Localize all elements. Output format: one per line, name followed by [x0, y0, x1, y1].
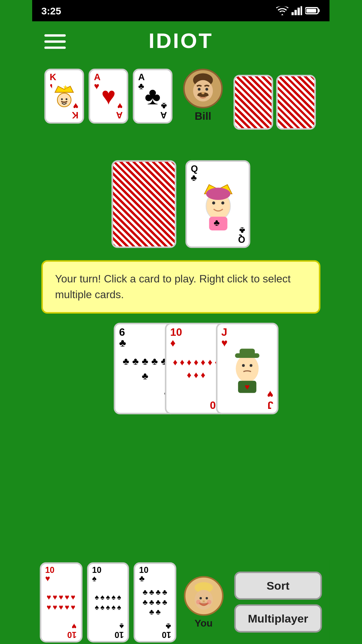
player-name: You: [195, 617, 213, 628]
player-avatar: [184, 576, 224, 615]
battery-icon: [305, 6, 320, 15]
svg-rect-29: [240, 349, 255, 357]
status-right: [276, 6, 320, 15]
signal-icon: [292, 6, 302, 15]
opponent-area: K♥ ★ K♥: [32, 61, 329, 137]
opponent-face-down: [234, 75, 316, 130]
time-display: 3:25: [42, 5, 61, 16]
menu-button[interactable]: [45, 34, 66, 48]
svg-point-24: [206, 187, 230, 199]
bottom-card-2[interactable]: 10♠ ♠♠ ♠♠ ♠♠ ♠♠ ♠♠ 10♠: [87, 562, 129, 642]
status-bar: 3:25: [32, 0, 329, 21]
svg-rect-5: [318, 9, 320, 12]
svg-point-9: [57, 93, 71, 107]
svg-rect-1: [295, 10, 297, 15]
opponent-card-1: K♥ ★ K♥: [45, 69, 84, 124]
status-left: 3:25: [42, 5, 61, 16]
svg-rect-6: [306, 9, 316, 12]
header: IDIOT: [32, 21, 329, 61]
svg-point-27: [236, 355, 259, 382]
draw-deck[interactable]: [112, 160, 176, 248]
svg-text:♣: ♣: [214, 217, 220, 227]
bottom-card-1[interactable]: 10♥ ♥♥ ♥♥ ♥♥ ♥♥ ♥♥ 10♥: [40, 562, 82, 642]
player-hand: 6♣ ♣ ♣ ♣ ♣ ♣ ♣ 6♣ 10♦ ♦ ♦ ♦ ♦ ♦ ♦ ♦ ♦: [63, 323, 329, 414]
hand-card-3[interactable]: J♥ ♥ J♥: [216, 323, 279, 414]
svg-rect-3: [301, 6, 302, 15]
bottom-card-3[interactable]: 10♣ ♣♣ ♣♣ ♣♣ ♣♣ ♣♣ 10♣: [134, 562, 176, 642]
opponent-info: Bill: [183, 69, 223, 122]
game-area: K♥ ★ K♥: [32, 61, 329, 644]
opponent-card-3: A♣ ♣ A♣: [133, 69, 173, 124]
svg-rect-0: [292, 12, 294, 15]
player-info: You: [184, 576, 224, 628]
svg-text:★: ★: [63, 84, 68, 91]
svg-rect-2: [298, 8, 300, 15]
wifi-icon: [276, 6, 288, 15]
opponent-avatar: [183, 69, 223, 108]
message-text: Your turn! Click a card to play. Right c…: [55, 272, 291, 301]
app-title: IDIOT: [149, 29, 214, 53]
multiplayer-button[interactable]: Multiplayer: [234, 604, 322, 633]
sort-button[interactable]: Sort: [234, 572, 322, 600]
play-pile-top: Q♣ ♣: [186, 160, 250, 248]
opponent-name: Bill: [195, 110, 212, 122]
opponent-hidden-card-2: [276, 75, 316, 130]
play-area: Q♣ ♣: [32, 160, 329, 248]
opponent-hidden-card-1: [234, 75, 273, 130]
bottom-bar: 10♥ ♥♥ ♥♥ ♥♥ ♥♥ ♥♥ 10♥ 10♠ ♠♠ ♠♠ ♠♠ ♠♠ ♠…: [32, 560, 329, 644]
action-buttons: Sort Multiplayer: [234, 572, 322, 633]
message-box: Your turn! Click a card to play. Right c…: [42, 260, 321, 314]
opponent-card-2: A♥ ♥ A♥: [89, 69, 128, 124]
svg-text:♥: ♥: [245, 382, 250, 391]
